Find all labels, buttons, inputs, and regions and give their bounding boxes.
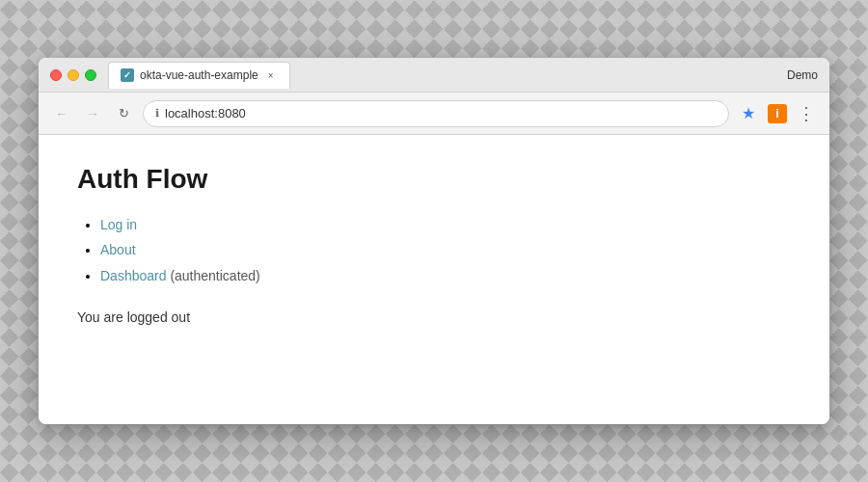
traffic-lights [50, 69, 96, 81]
title-bar: ✓ okta-vue-auth-example × Demo [39, 58, 829, 93]
list-item: Dashboard (authenticated) [100, 265, 791, 286]
bookmark-button[interactable]: ★ [737, 102, 760, 125]
menu-button[interactable]: ⋮ [795, 102, 818, 125]
url-text: localhost:8080 [165, 106, 246, 120]
toolbar-icons: ★ i ⋮ [737, 102, 818, 125]
auth-note: (authenticated) [167, 268, 260, 283]
tab-area: ✓ okta-vue-auth-example × [108, 62, 787, 89]
url-info-icon: ℹ [155, 107, 159, 120]
close-button[interactable] [50, 69, 62, 81]
page-title: Auth Flow [77, 164, 791, 195]
minimize-button[interactable] [68, 69, 79, 81]
browser-tab[interactable]: ✓ okta-vue-auth-example × [108, 62, 290, 89]
forward-button[interactable]: → [81, 102, 104, 125]
back-button[interactable]: ← [50, 102, 73, 125]
about-link[interactable]: About [100, 242, 136, 257]
tab-close-button[interactable]: × [264, 68, 278, 82]
info-button[interactable]: i [768, 104, 787, 123]
tab-title: okta-vue-auth-example [140, 68, 258, 82]
demo-label: Demo [787, 68, 818, 82]
login-link[interactable]: Log in [100, 217, 137, 232]
favicon-icon: ✓ [123, 70, 131, 80]
refresh-button[interactable]: ↻ [112, 102, 135, 125]
address-bar: ← → ↻ ℹ localhost:8080 ★ i ⋮ [39, 93, 829, 135]
maximize-button[interactable] [85, 69, 96, 81]
dashboard-link[interactable]: Dashboard [100, 268, 167, 283]
list-item: About [100, 239, 791, 260]
browser-window: ✓ okta-vue-auth-example × Demo ← → ↻ ℹ l… [39, 58, 829, 424]
page-content: Auth Flow Log in About Dashboard (authen… [39, 135, 829, 424]
nav-list: Log in About Dashboard (authenticated) [77, 214, 791, 286]
tab-favicon: ✓ [121, 68, 134, 82]
url-bar[interactable]: ℹ localhost:8080 [143, 100, 729, 127]
list-item: Log in [100, 214, 791, 235]
status-text: You are logged out [77, 309, 791, 325]
new-tab-button[interactable] [294, 62, 321, 89]
